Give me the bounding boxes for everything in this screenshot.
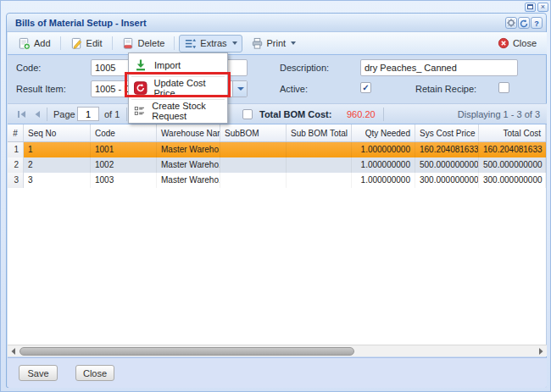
displaying-status: Displaying 1 - 3 of 3 [458,109,540,119]
edit-button[interactable]: Edit [65,35,108,52]
extras-button[interactable]: Extras [179,35,242,52]
result-item-label: Result Item: [16,84,66,94]
col-header-sys-cost-price[interactable]: Sys Cost Price [415,124,479,141]
add-icon [18,37,31,50]
footer-close-button[interactable]: Close [75,365,114,381]
horizontal-scrollbar[interactable] [8,345,547,356]
print-caret-icon [291,41,296,45]
application-window: × Bills of Material Setup - Insert ? [0,0,551,392]
table-row[interactable]: 2 2 1002 Master Wareho... 1.000000000 50… [8,157,546,173]
col-header-sub-bom-total[interactable]: Sub BOM Total [287,124,352,141]
paging-toolbar: Page of 1 Total BOM Cost: 960.20 Display… [8,103,547,124]
edit-icon [70,37,83,50]
description-label: Description: [280,63,329,73]
code-label: Code: [16,63,41,73]
col-header-qty-needed[interactable]: Qty Needed [352,124,415,141]
page-of-label: of 1 [104,109,120,119]
bom-setup-dialog: Bills of Material Setup - Insert ? [6,13,547,388]
toolbar: Add Edit Delete [8,32,547,55]
prev-page-icon[interactable] [31,108,44,121]
dialog-titlebar[interactable]: Bills of Material Setup - Insert ? [7,14,546,32]
col-header-code[interactable]: Code [91,124,157,141]
col-header-total-cost[interactable]: Total Cost [479,124,546,141]
retain-recipe-label: Retain Recipe: [415,84,476,94]
print-button[interactable]: Print [246,35,302,52]
help-icon[interactable]: ? [531,17,543,29]
table-row[interactable]: 3 3 1003 Master Wareho... 1.000000000 30… [8,173,546,188]
active-checkbox[interactable]: ✓ [360,82,371,93]
maximize-icon[interactable] [525,3,536,12]
menu-item-create-stock-request[interactable]: Create Stock Request [129,101,227,121]
page-label: Page [53,109,75,119]
scroll-right-icon[interactable] [537,347,545,356]
table-row[interactable]: 1 1 1001 Master Wareho... 1.000000000 16… [8,142,546,157]
active-label: Active: [280,84,308,94]
col-header-rownum: # [8,124,24,141]
create-stock-request-icon [134,104,145,118]
extras-icon [184,37,197,50]
grid-header: # Seq No Code Warehouse Name SubBOM Sub … [8,124,546,142]
close-button[interactable]: Close [493,35,542,52]
extras-caret-icon [232,41,237,45]
description-input[interactable] [360,59,518,76]
dialog-footer: Save Close [8,357,547,388]
scroll-left-icon[interactable] [9,347,18,356]
save-button[interactable]: Save [19,365,58,381]
total-bom-cost-label: Total BOM Cost: [259,109,331,119]
refresh-icon[interactable] [518,17,530,29]
page-number-input[interactable] [77,107,99,121]
col-header-seq-no[interactable]: Seq No [24,124,91,141]
close-red-icon [498,37,509,49]
total-bom-cost-value: 960.20 [347,109,376,119]
total-bom-cost-checkbox[interactable] [242,109,253,119]
scrollbar-thumb[interactable] [19,347,354,356]
print-icon [251,37,264,50]
bom-items-grid: # Seq No Code Warehouse Name SubBOM Sub … [8,124,547,345]
settings-gear-icon[interactable] [505,17,517,29]
combo-dropdown-icon[interactable] [232,81,247,97]
annotation-highlight [125,72,231,97]
first-page-icon[interactable] [15,108,29,121]
window-close-icon[interactable]: × [537,3,548,12]
delete-button[interactable]: Delete [117,35,170,52]
col-header-warehouse-name[interactable]: Warehouse Name [157,124,220,141]
add-button[interactable]: Add [13,35,56,52]
retain-recipe-checkbox[interactable] [498,82,509,93]
delete-icon [122,37,135,50]
col-header-subbom[interactable]: SubBOM [220,124,287,141]
import-icon [134,58,147,72]
dialog-title: Bills of Material Setup - Insert [15,18,147,28]
